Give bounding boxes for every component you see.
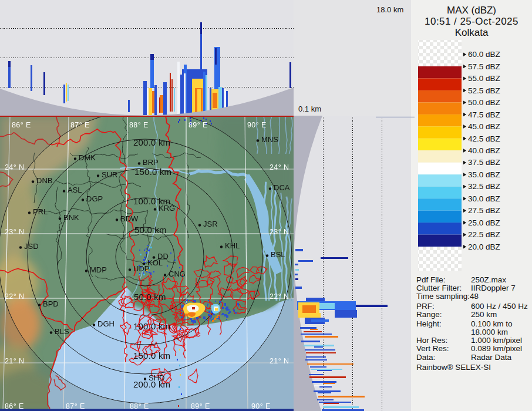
- svg-text:37.5 dBZ: 37.5 dBZ: [468, 158, 500, 167]
- svg-text:250 km: 250 km: [471, 310, 497, 319]
- svg-text:BDW: BDW: [120, 214, 139, 223]
- svg-text:25.0 dBZ: 25.0 dBZ: [468, 218, 500, 227]
- svg-text:DGP: DGP: [86, 194, 103, 203]
- svg-text:Vert Res:: Vert Res:: [416, 344, 449, 353]
- svg-text:KHL: KHL: [225, 241, 240, 250]
- svg-text:PRF:: PRF:: [416, 302, 435, 311]
- svg-text:SHD: SHD: [149, 373, 164, 382]
- svg-text:18.0 km: 18.0 km: [376, 5, 403, 14]
- svg-text:24° N: 24° N: [5, 163, 24, 171]
- svg-text:200.0 km: 200.0 km: [133, 137, 170, 147]
- svg-text:Hor Res:: Hor Res:: [416, 336, 447, 345]
- svg-text:60.0 dBZ: 60.0 dBZ: [468, 50, 500, 59]
- svg-text:86° E: 86° E: [12, 121, 31, 129]
- svg-text:IIRDoppler 7: IIRDoppler 7: [471, 284, 516, 292]
- svg-text:BSL: BSL: [271, 250, 285, 259]
- svg-text:Radar Data: Radar Data: [471, 353, 512, 362]
- svg-text:BRP: BRP: [143, 158, 159, 167]
- svg-text:23° N: 23° N: [5, 228, 24, 236]
- svg-text:57.5 dBZ: 57.5 dBZ: [468, 62, 500, 71]
- svg-text:PRL: PRL: [33, 207, 48, 216]
- svg-text:42.5 dBZ: 42.5 dBZ: [468, 134, 500, 143]
- svg-text:MDP: MDP: [90, 265, 107, 274]
- svg-text:SUR: SUR: [102, 170, 117, 179]
- svg-text:150.0 km: 150.0 km: [134, 167, 171, 177]
- svg-text:JSD: JSD: [24, 242, 39, 251]
- svg-text:21° N: 21° N: [5, 357, 24, 365]
- svg-text:BLS: BLS: [55, 327, 69, 336]
- svg-text:UDP: UDP: [133, 264, 149, 273]
- svg-text:Range:: Range:: [416, 310, 442, 319]
- svg-text:50.0 km: 50.0 km: [134, 225, 167, 235]
- svg-text:0.089 km/pixel: 0.089 km/pixel: [471, 344, 522, 353]
- svg-text:Time sampling:48: Time sampling:48: [416, 292, 479, 301]
- svg-text:DCA: DCA: [274, 183, 290, 192]
- svg-text:DMK: DMK: [79, 153, 96, 162]
- svg-text:150.0 km: 150.0 km: [133, 351, 170, 361]
- svg-text:35.0 dBZ: 35.0 dBZ: [468, 170, 500, 179]
- svg-text:45.0 dBZ: 45.0 dBZ: [468, 122, 500, 131]
- svg-text:MNS: MNS: [261, 135, 278, 144]
- svg-text:Data:: Data:: [416, 353, 435, 362]
- svg-text:KOL: KOL: [147, 258, 163, 267]
- svg-text:50.0 km: 50.0 km: [134, 292, 166, 302]
- svg-text:20.0 dBZ: 20.0 dBZ: [468, 242, 500, 251]
- svg-text:MAX (dBZ): MAX (dBZ): [447, 5, 496, 16]
- svg-text:BPD: BPD: [43, 299, 59, 308]
- svg-text:47.5 dBZ: 47.5 dBZ: [468, 110, 500, 119]
- svg-text:23° N: 23° N: [270, 228, 289, 236]
- svg-text:88° E: 88° E: [129, 121, 149, 129]
- svg-text:KRG: KRG: [159, 204, 175, 213]
- svg-text:10:51 / 25-Oct-2025: 10:51 / 25-Oct-2025: [425, 16, 518, 27]
- svg-text:40.0 dBZ: 40.0 dBZ: [468, 146, 500, 155]
- svg-text:Clutter Filter:: Clutter Filter:: [416, 284, 462, 292]
- svg-text:52.5 dBZ: 52.5 dBZ: [468, 86, 500, 95]
- svg-text:50.0 dBZ: 50.0 dBZ: [468, 98, 500, 107]
- svg-text:600 Hz / 450 Hz: 600 Hz / 450 Hz: [471, 302, 528, 311]
- svg-text:27.5 dBZ: 27.5 dBZ: [468, 206, 500, 215]
- svg-text:Height:: Height:: [416, 319, 442, 328]
- svg-text:55.0 dBZ: 55.0 dBZ: [468, 74, 500, 83]
- svg-text:22° N: 22° N: [270, 292, 289, 301]
- svg-text:JSR: JSR: [203, 220, 218, 228]
- svg-text:100.0 km: 100.0 km: [133, 321, 170, 331]
- svg-text:0.100 km to: 0.100 km to: [471, 319, 513, 328]
- svg-text:CNG: CNG: [169, 269, 186, 278]
- svg-text:89° E: 89° E: [188, 121, 208, 129]
- svg-text:32.5 dBZ: 32.5 dBZ: [468, 182, 500, 191]
- svg-text:0.1 km: 0.1 km: [298, 105, 321, 113]
- svg-text:BNK: BNK: [63, 213, 79, 222]
- svg-text:18.000 km: 18.000 km: [471, 328, 508, 336]
- svg-text:1.000 km/pixel: 1.000 km/pixel: [471, 336, 522, 345]
- svg-text:22.5 dBZ: 22.5 dBZ: [468, 230, 500, 239]
- svg-text:87° E: 87° E: [70, 121, 90, 129]
- svg-text:DNB: DNB: [36, 176, 52, 185]
- svg-text:21° N: 21° N: [270, 357, 289, 365]
- svg-text:30.0 dBZ: 30.0 dBZ: [468, 194, 500, 203]
- svg-text:22° N: 22° N: [5, 292, 24, 301]
- svg-text:250Z.max: 250Z.max: [471, 275, 506, 284]
- svg-text:Rainbow® SELEX-SI: Rainbow® SELEX-SI: [416, 363, 491, 372]
- svg-text:24° N: 24° N: [270, 163, 289, 171]
- svg-text:Kolkata: Kolkata: [455, 27, 489, 38]
- svg-text:90° E: 90° E: [247, 121, 267, 129]
- svg-text:Pdf File:: Pdf File:: [416, 275, 446, 284]
- svg-text:ASL: ASL: [68, 186, 82, 194]
- svg-text:DGH: DGH: [97, 319, 115, 328]
